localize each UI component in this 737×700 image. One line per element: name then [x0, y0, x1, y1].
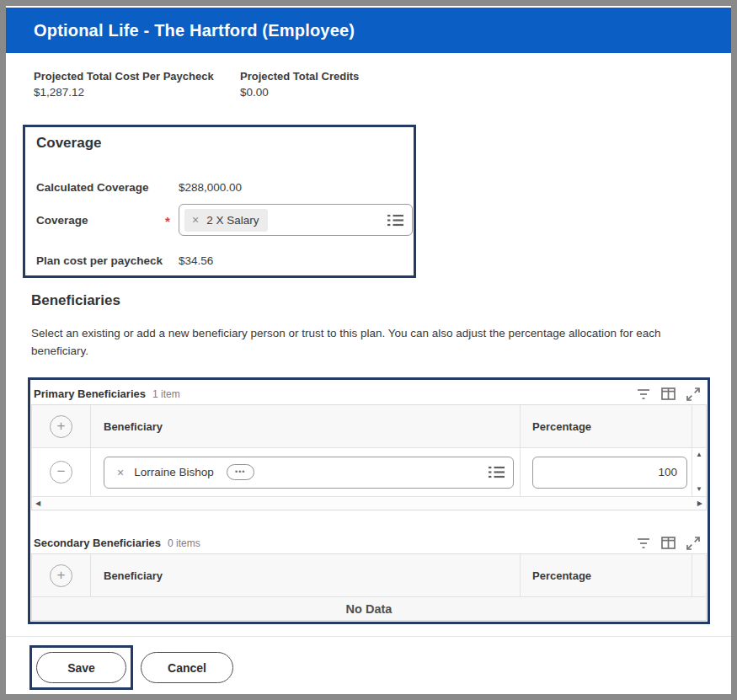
add-row-button[interactable]: +	[50, 415, 72, 438]
secondary-table: + Beneficiary Percentage No Data	[31, 553, 707, 621]
required-indicator: *	[165, 214, 170, 228]
primary-grid-title: Primary Beneficiaries	[34, 387, 146, 400]
beneficiary-name: Lorraine Bishop	[134, 466, 214, 478]
primary-grid-titlebar: Primary Beneficiaries 1 item	[31, 383, 707, 404]
projected-cost-stat: Projected Total Cost Per Paycheck $1,287…	[34, 70, 240, 99]
remove-tag-icon[interactable]: ×	[192, 214, 199, 226]
beneficiaries-description: Select an existing or add a new benefici…	[31, 325, 701, 361]
projected-cost-value: $1,287.12	[34, 86, 240, 99]
plan-cost-value: $34.56	[179, 254, 213, 267]
secondary-grid-count: 0 items	[168, 537, 200, 549]
remove-tag-icon[interactable]: ×	[117, 467, 124, 478]
primary-beneficiaries-grid: Primary Beneficiaries 1 item	[31, 383, 707, 510]
secondary-grid-titlebar: Secondary Beneficiaries 0 items	[31, 532, 707, 553]
primary-table-header: + Beneficiary Percentage	[32, 405, 706, 447]
remove-row-button[interactable]: −	[50, 461, 72, 484]
scroll-down-icon[interactable]: ▼	[696, 486, 702, 493]
grid-view-icon[interactable]	[661, 387, 676, 400]
coverage-tag-label: 2 X Salary	[206, 214, 259, 227]
beneficiary-column-header: Beneficiary	[91, 554, 521, 596]
benefits-dialog: Optional Life - The Hartford (Employee) …	[0, 0, 737, 700]
expand-icon[interactable]	[686, 537, 700, 550]
footer-divider	[6, 636, 731, 637]
table-row: − × Lorraine Bishop •••	[32, 447, 706, 496]
secondary-grid-toolbar	[637, 537, 704, 550]
projected-credits-stat: Projected Total Credits $0.00	[240, 70, 446, 99]
coverage-select-input[interactable]: × 2 X Salary	[179, 204, 413, 236]
expand-icon[interactable]	[686, 387, 700, 401]
filter-icon[interactable]	[637, 537, 650, 549]
calculated-coverage-value: $288,000.00	[179, 181, 242, 194]
primary-grid-toolbar	[637, 387, 704, 401]
prompt-list-icon[interactable]	[387, 214, 403, 227]
scroll-right-icon[interactable]: ▶	[697, 500, 702, 507]
beneficiary-selected-tag: × Lorraine Bishop •••	[109, 459, 264, 485]
related-actions-icon[interactable]: •••	[227, 464, 254, 480]
save-button-highlight: Save	[29, 645, 133, 690]
save-button[interactable]: Save	[36, 652, 126, 683]
remove-row-cell: −	[32, 448, 91, 496]
percentage-input[interactable]	[532, 457, 687, 489]
primary-table: + Beneficiary Percentage − × Lorrai	[31, 404, 707, 510]
beneficiary-select-input[interactable]: × Lorraine Bishop •••	[104, 457, 514, 489]
summary-stats: Projected Total Cost Per Paycheck $1,287…	[34, 70, 446, 99]
beneficiaries-highlight: Primary Beneficiaries 1 item	[28, 377, 710, 624]
plan-cost-label: Plan cost per paycheck	[36, 254, 163, 267]
add-row-cell: +	[32, 405, 91, 447]
coverage-selected-tag: × 2 X Salary	[184, 209, 268, 232]
page-header: Optional Life - The Hartford (Employee)	[6, 8, 731, 53]
grid-view-icon[interactable]	[661, 537, 676, 549]
projected-cost-label: Projected Total Cost Per Paycheck	[34, 70, 240, 83]
percentage-cell	[521, 448, 692, 496]
scrollbar-column	[692, 554, 706, 596]
primary-grid-count: 1 item	[152, 388, 180, 400]
beneficiary-column-header: Beneficiary	[91, 405, 521, 447]
scroll-left-icon[interactable]: ◀	[35, 500, 40, 507]
vertical-scrollbar[interactable]: ▲ ▼	[692, 448, 706, 496]
coverage-field-label: Coverage	[36, 214, 88, 227]
secondary-table-header: + Beneficiary Percentage	[32, 554, 706, 596]
percentage-column-header: Percentage	[521, 405, 692, 447]
horizontal-scrollbar[interactable]: ◀ ▶	[32, 496, 706, 510]
add-row-button[interactable]: +	[50, 564, 72, 587]
scroll-up-icon[interactable]: ▲	[696, 452, 702, 458]
beneficiaries-section-title: Beneficiaries	[31, 292, 120, 309]
filter-icon[interactable]	[637, 388, 650, 400]
no-data-row: No Data	[32, 596, 706, 620]
secondary-beneficiaries-grid: Secondary Beneficiaries 0 items	[31, 532, 707, 621]
add-row-cell: +	[32, 554, 91, 596]
beneficiary-cell: × Lorraine Bishop •••	[91, 448, 521, 496]
secondary-grid-title: Secondary Beneficiaries	[34, 537, 161, 549]
coverage-section-title: Coverage	[36, 135, 101, 152]
projected-credits-label: Projected Total Credits	[240, 70, 446, 83]
projected-credits-value: $0.00	[240, 86, 446, 99]
cancel-button[interactable]: Cancel	[141, 652, 233, 683]
page-title: Optional Life - The Hartford (Employee)	[34, 21, 355, 40]
calculated-coverage-label: Calculated Coverage	[36, 181, 149, 194]
scrollbar-column	[692, 405, 706, 447]
prompt-list-icon[interactable]	[489, 466, 505, 478]
percentage-column-header: Percentage	[521, 554, 692, 596]
coverage-section-highlight: Coverage Calculated Coverage $288,000.00…	[23, 125, 416, 278]
